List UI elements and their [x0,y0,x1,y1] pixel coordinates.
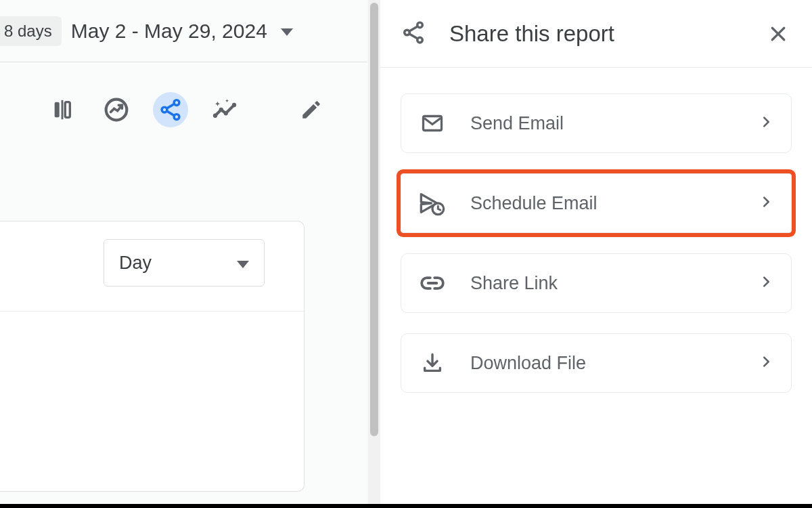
close-icon [768,24,788,44]
bottom-border [0,504,812,508]
close-button[interactable] [765,20,792,47]
svg-point-14 [405,30,410,35]
schedule-email-option[interactable]: Schedule Email [401,173,792,233]
mail-icon [419,111,446,135]
date-range-label: May 2 - May 29, 2024 [71,20,267,43]
share-button[interactable] [153,92,188,127]
option-label: Download File [470,353,734,374]
report-left-pane: 8 days May 2 - May 29, 2024 [0,0,367,508]
chevron-right-icon [759,194,773,212]
granularity-select[interactable]: Day [104,239,265,287]
date-range-picker[interactable]: May 2 - May 29, 2024 [71,20,293,43]
svg-point-4 [174,100,179,106]
svg-point-15 [418,37,423,43]
share-link-option[interactable]: Share Link [401,253,792,313]
svg-point-5 [162,107,167,112]
insights-button[interactable] [207,92,242,127]
share-panel: Share this report Send Email [380,0,812,508]
link-icon [419,270,446,296]
chevron-right-icon [759,274,773,292]
svg-point-12 [232,103,236,107]
caret-down-icon [281,28,293,36]
caret-down-icon [237,261,249,268]
share-panel-header: Share this report [380,0,812,68]
schedule-send-icon [419,190,446,217]
chevron-right-icon [759,354,773,372]
svg-rect-1 [65,102,70,118]
compare-columns-icon [51,98,74,121]
trend-button[interactable] [99,92,134,127]
svg-line-8 [166,111,174,116]
card-divider [0,311,304,312]
pencil-icon [300,98,323,121]
svg-line-7 [166,104,174,108]
svg-line-17 [409,34,418,39]
option-label: Share Link [470,273,734,294]
svg-point-10 [219,108,223,112]
granularity-label: Day [119,253,152,274]
svg-point-11 [224,111,228,115]
edit-button[interactable] [294,92,329,127]
days-chip[interactable]: 8 days [0,16,62,46]
trend-circle-icon [103,96,130,123]
svg-rect-0 [55,102,60,118]
svg-point-6 [174,114,179,120]
scrollbar[interactable] [368,0,380,508]
toolbar [0,62,367,137]
option-label: Schedule Email [470,193,734,214]
share-icon [158,98,183,122]
scrollbar-thumb[interactable] [370,3,378,436]
download-icon [419,352,446,375]
option-label: Send Email [470,113,734,134]
svg-line-16 [409,26,418,30]
compare-columns-button[interactable] [45,92,80,127]
send-email-option[interactable]: Send Email [401,93,792,153]
download-file-option[interactable]: Download File [401,333,792,393]
content-card: Day [0,221,304,492]
share-panel-title: Share this report [449,21,742,47]
chevron-right-icon [759,114,773,132]
svg-point-9 [213,114,217,118]
svg-point-13 [418,22,423,28]
share-icon [401,20,426,45]
share-options-list: Send Email Schedule Email [380,68,812,393]
share-header-icon [401,20,426,48]
date-range-bar: 8 days May 2 - May 29, 2024 [0,0,367,62]
sparkle-trend-icon [210,96,239,124]
